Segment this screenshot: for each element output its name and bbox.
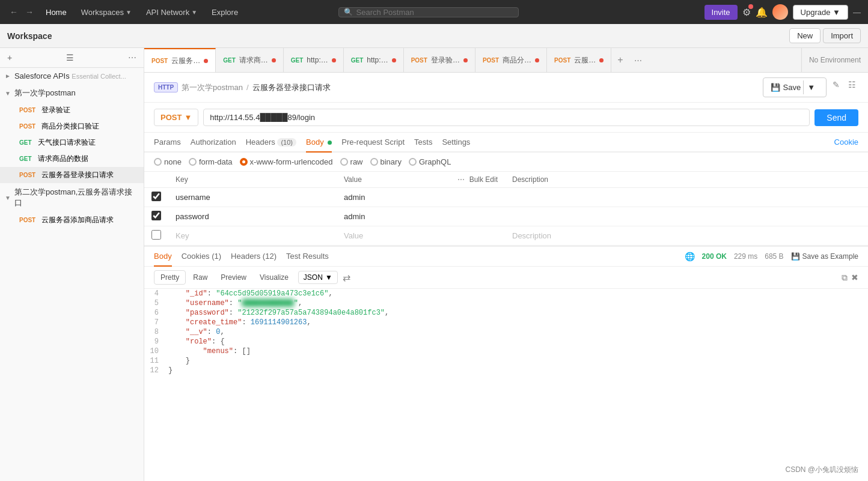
tab-cookies[interactable]: Cookie — [834, 138, 858, 147]
save-chevron[interactable]: ▼ — [803, 80, 819, 94]
radio-form-data[interactable]: form-data — [189, 157, 233, 166]
row2-desc[interactable] — [505, 207, 868, 226]
bulk-edit-btn[interactable]: Bulk Edit — [469, 175, 498, 184]
radio-raw[interactable]: raw — [340, 157, 363, 166]
row1-key[interactable]: username — [168, 188, 337, 207]
tab-dot — [272, 58, 276, 62]
resp-tab-headers[interactable]: Headers (12) — [231, 247, 277, 267]
fmt-raw[interactable]: Raw — [187, 271, 213, 284]
row1-desc[interactable] — [505, 188, 868, 207]
sidebar-collection1[interactable]: ▼ 第一次学postman — [0, 84, 144, 102]
row1-checkbox[interactable] — [151, 192, 161, 201]
tab-tests[interactable]: Tests — [414, 133, 432, 153]
sidebar-header: + ☰ ⋯ — [0, 48, 144, 68]
tab-get-http1[interactable]: GET http:… — [284, 48, 344, 72]
tab-name: http:… — [367, 56, 388, 64]
bell-icon[interactable]: 🔔 — [756, 7, 768, 18]
new-tab-button[interactable]: + — [611, 55, 629, 65]
row2-checkbox[interactable] — [151, 211, 161, 220]
sidebar-collection2[interactable]: ▼ 第二次学postman,云服务器请求接口 — [0, 183, 144, 212]
tab-post-cloud[interactable]: POST 云服… — [547, 48, 611, 72]
row2-value[interactable]: admin — [337, 207, 505, 226]
fmt-pretty[interactable]: Pretty — [154, 270, 186, 285]
sidebar-item-add-product[interactable]: POST 云服务器添加商品请求 — [0, 212, 144, 228]
api-network-chevron: ▼ — [191, 9, 197, 16]
tab-body[interactable]: Body — [306, 133, 332, 153]
clear-icon[interactable]: ✖ — [851, 273, 858, 283]
tab-get-products[interactable]: GET 请求商… — [216, 48, 284, 72]
tab-settings[interactable]: Settings — [442, 133, 470, 153]
back-arrow[interactable]: ← — [7, 6, 20, 18]
search-input[interactable] — [356, 8, 513, 17]
sidebar-item-cloud-login[interactable]: POST 云服务器登录接口请求 — [0, 167, 144, 183]
nav-home[interactable]: Home — [41, 5, 72, 19]
wrap-icon[interactable]: ⇄ — [343, 272, 350, 283]
radio-graphql[interactable]: GraphQL — [409, 157, 451, 166]
tab-method: POST — [151, 58, 168, 64]
upgrade-button[interactable]: Upgrade ▼ — [793, 5, 848, 20]
tab-cloud-login[interactable]: POST 云服务… — [144, 48, 216, 72]
fmt-visualize[interactable]: Visualize — [254, 271, 295, 284]
tab-post-login[interactable]: POST 登录验… — [404, 48, 475, 72]
tab-headers[interactable]: Headers (10) — [246, 133, 296, 153]
new-button[interactable]: New — [789, 28, 821, 43]
sidebar-item-products[interactable]: GET 请求商品的数据 — [0, 151, 144, 167]
tab-authorization[interactable]: Authorization — [191, 133, 236, 153]
send-button[interactable]: Send — [815, 109, 858, 126]
breadcrumb-parent[interactable]: 第一次学postman — [182, 82, 243, 93]
json-line: 9 "role": { — [144, 337, 868, 346]
row2-key[interactable]: password — [168, 207, 337, 226]
resp-tab-body[interactable]: Body — [154, 247, 172, 267]
import-button[interactable]: Import — [823, 28, 861, 43]
minimize-icon[interactable]: — — [853, 8, 861, 17]
radio-binary[interactable]: binary — [370, 157, 402, 166]
upgrade-chevron: ▼ — [833, 8, 840, 17]
breadcrumb-separator: / — [246, 83, 249, 92]
sidebar-item-product-category[interactable]: POST 商品分类接口验证 — [0, 118, 144, 135]
fmt-preview[interactable]: Preview — [215, 271, 252, 284]
tab-get-http2[interactable]: GET http:… — [344, 48, 404, 72]
nav-api-network[interactable]: API Network ▼ — [141, 5, 202, 19]
format-select[interactable]: JSON ▼ — [298, 271, 338, 284]
row3-desc[interactable]: Description — [505, 226, 868, 246]
forward-arrow[interactable]: → — [23, 6, 36, 18]
row1-value[interactable]: admin — [337, 188, 505, 207]
tab-dot — [463, 58, 468, 62]
row3-checkbox[interactable] — [151, 230, 161, 240]
search-bar[interactable]: 🔍 — [338, 7, 519, 17]
tab-pre-request[interactable]: Pre-request Script — [341, 133, 405, 153]
resp-tab-test-results[interactable]: Test Results — [286, 247, 329, 267]
radio-urlencoded[interactable]: x-www-form-urlencoded — [240, 157, 333, 166]
invite-button[interactable]: Invite — [704, 5, 738, 20]
tab-post-category[interactable]: POST 商品分… — [475, 48, 547, 72]
nav-explore[interactable]: Explore — [207, 5, 243, 19]
workspace-actions: New Import — [789, 28, 861, 43]
row3-value[interactable]: Value — [337, 226, 505, 246]
save-example-button[interactable]: 💾 Save as Example — [791, 252, 858, 261]
save-button[interactable]: 💾 Save ▼ — [763, 77, 827, 97]
method-select[interactable]: POST ▼ — [154, 109, 198, 126]
radio-none[interactable]: none — [154, 157, 182, 166]
sidebar-add-icon[interactable]: + — [7, 53, 12, 62]
sidebar-filter-icon[interactable]: ☰ — [66, 53, 74, 62]
sidebar-item-login[interactable]: POST 登录验证 — [0, 102, 144, 118]
tab-name: 云服… — [574, 55, 596, 65]
more-tabs-button[interactable]: ⋯ — [629, 56, 647, 65]
method-badge-post: POST — [17, 123, 38, 130]
no-environment[interactable]: No Environment — [801, 48, 868, 72]
nav-workspaces[interactable]: Workspaces ▼ — [76, 5, 136, 19]
edit-icon[interactable]: ✎ — [830, 77, 842, 97]
settings-icon[interactable]: ⚙ — [742, 7, 751, 18]
resp-tab-cookies[interactable]: Cookies (1) — [182, 247, 221, 267]
avatar[interactable] — [772, 4, 788, 20]
tab-params[interactable]: Params — [154, 133, 181, 153]
table-dots-menu[interactable]: ⋯ — [457, 175, 465, 184]
panel-icon[interactable]: ☷ — [846, 77, 858, 97]
breadcrumb-actions: 💾 Save ▼ ✎ ☷ — [763, 77, 858, 97]
sidebar-more-icon[interactable]: ⋯ — [128, 53, 136, 62]
row3-key[interactable]: Key — [168, 226, 337, 246]
url-input[interactable] — [203, 109, 810, 126]
sidebar-item-weather[interactable]: GET 天气接口请求验证 — [0, 135, 144, 151]
copy-icon[interactable]: ⧉ — [842, 273, 848, 283]
sidebar-item-salesforce[interactable]: ► Salesforce APIs Essential Collect... — [0, 68, 144, 84]
